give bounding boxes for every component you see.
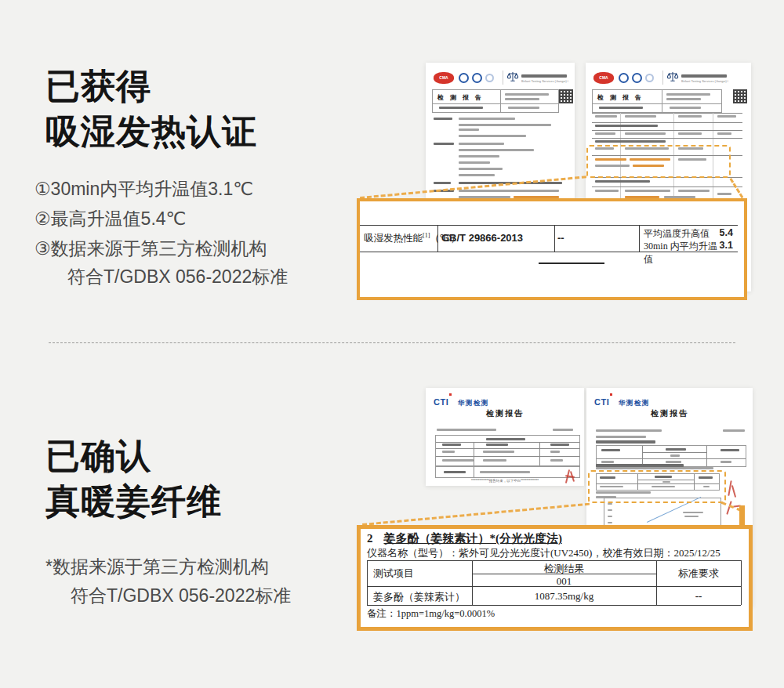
chart-annotation-bar (683, 512, 703, 513)
section-number: 2 (367, 532, 373, 545)
red-seal-mark (731, 485, 736, 498)
table-line (592, 130, 742, 131)
instrument-line: 仪器名称（型号）：紫外可见分光光度计(UV2450)，校准有效日期：2025/1… (367, 546, 720, 560)
table-line (597, 458, 746, 459)
top-heading-line1: 已获得 (45, 69, 151, 103)
axis-tick-bar (608, 503, 612, 505)
text-line-bar (625, 190, 670, 192)
text-line-bar (442, 444, 461, 446)
text-line-bar (434, 182, 451, 184)
text-line-bar (666, 93, 710, 96)
text-line-bar (459, 129, 479, 131)
text-line-bar (459, 118, 515, 120)
text-line-bar (439, 107, 483, 109)
table-line (367, 560, 368, 605)
accreditation-logo-icon (485, 74, 494, 82)
table-line (474, 442, 474, 465)
company-name-en: Brilant Testing Services (Jiangxi) Co., … (681, 79, 728, 83)
text-line-bar (596, 429, 662, 432)
instrument-line-bar (596, 467, 713, 469)
highlight-region (586, 145, 731, 178)
text-line-bar (553, 429, 573, 431)
text-line-bar (678, 132, 702, 135)
chart-annotation-bar (684, 516, 699, 517)
cti-logo-cn: 华测检测 (619, 399, 650, 407)
text-line-bar (483, 451, 514, 453)
text-line-bar (480, 471, 530, 473)
scale-icon (506, 71, 519, 86)
bottom-heading-line1: 已确认 (45, 439, 151, 473)
result-label: 30min 内平均升温值 (644, 240, 720, 266)
bottom-heading-line2: 真暖姜纤维 (45, 484, 222, 519)
text-line-bar (505, 93, 549, 96)
result-value: 3.1 (720, 240, 733, 266)
company-name-bar (681, 74, 727, 78)
text-line-bar (670, 454, 680, 457)
basis-row (435, 466, 580, 478)
th-result: 检测结果 (472, 562, 656, 576)
text-line-bar (717, 193, 731, 195)
cnas-logo-icon (459, 73, 469, 83)
text-line-bar (717, 115, 736, 118)
report-header-band: 检 测 报 告 (592, 89, 722, 113)
company-name-bar (521, 74, 567, 78)
text-line-bar (550, 444, 569, 446)
axis-tick-bar (608, 516, 612, 517)
table-line (706, 446, 707, 466)
text-line-bar (723, 429, 745, 432)
cti-logo-text: CTI (434, 397, 448, 407)
top-bullet-2: ②最高升温值5.4℃ (34, 207, 186, 231)
leader-connector (739, 505, 745, 527)
section2-heading-bar (596, 464, 684, 467)
result-row-1: 平均温度升高值 5.4 (644, 227, 733, 241)
row-requirement: -- (656, 590, 741, 603)
report-title: 检 测 报 告 (437, 93, 484, 102)
table-line (592, 113, 742, 114)
report-end-line: *************报告结束，以下空白************* (426, 479, 584, 483)
remark-line: 备注：1ppm=1mg/kg=0.0001% (367, 607, 495, 621)
result-value: 5.4 (720, 227, 733, 241)
text-line-bar (444, 471, 466, 473)
table-line (539, 442, 540, 465)
top-heading-line2: 吸湿发热认证 (45, 114, 257, 149)
text-line-bar (459, 161, 490, 164)
cma-logo: CMA (593, 72, 614, 84)
th-sample: 001 (472, 575, 656, 588)
text-line-bar (666, 461, 681, 463)
text-line-bar (595, 125, 658, 127)
table-line (592, 186, 742, 187)
text-line-bar (601, 461, 614, 463)
cma-logo: CMA (434, 72, 454, 84)
result-label: 平均温度升高值 (644, 227, 710, 241)
text-line-bar (486, 438, 525, 440)
result-callout-bottom: 2姜多酚（姜辣素计）*(分光光度法) 仪器名称（型号）：紫外可见分光光度计(UV… (357, 525, 753, 631)
text-line-bar (601, 449, 620, 451)
report-title: 检 测 报 告 (597, 93, 644, 102)
text-line-bar (595, 132, 615, 135)
table-line (367, 605, 741, 606)
text-line-bar (625, 115, 656, 118)
table-line (436, 442, 579, 443)
top-bullet-4: 符合T/GDBX 056-2022标准 (67, 265, 288, 289)
text-line-bar (720, 449, 739, 451)
axis-tick-bar (608, 509, 612, 511)
text-line-bar (666, 448, 686, 451)
table-line (360, 225, 738, 226)
text-line-bar (550, 451, 560, 453)
cnas-logo-icon (619, 73, 629, 83)
section-title: 姜多酚（姜辣素计）*(分光光度法) (384, 532, 563, 545)
report-header-band: 检 测 报 告 (432, 89, 559, 113)
text-line-bar (595, 180, 650, 183)
text-line-bar (599, 107, 643, 109)
divider (593, 103, 721, 104)
text-line-bar (459, 155, 499, 158)
row-result: 1087.35mg/kg (472, 590, 656, 603)
text-line-bar (666, 98, 701, 100)
report-title: 检测报告 (426, 410, 584, 418)
item-footnote: [1] (423, 232, 430, 239)
th-item: 测试项目 (373, 567, 414, 581)
company-name-en: Brilant Testing Services (Jiangxi) Co., … (521, 79, 568, 83)
table-line (639, 225, 640, 252)
cnas-logo-icon (632, 73, 642, 83)
placeholder-cell: -- (557, 232, 564, 244)
